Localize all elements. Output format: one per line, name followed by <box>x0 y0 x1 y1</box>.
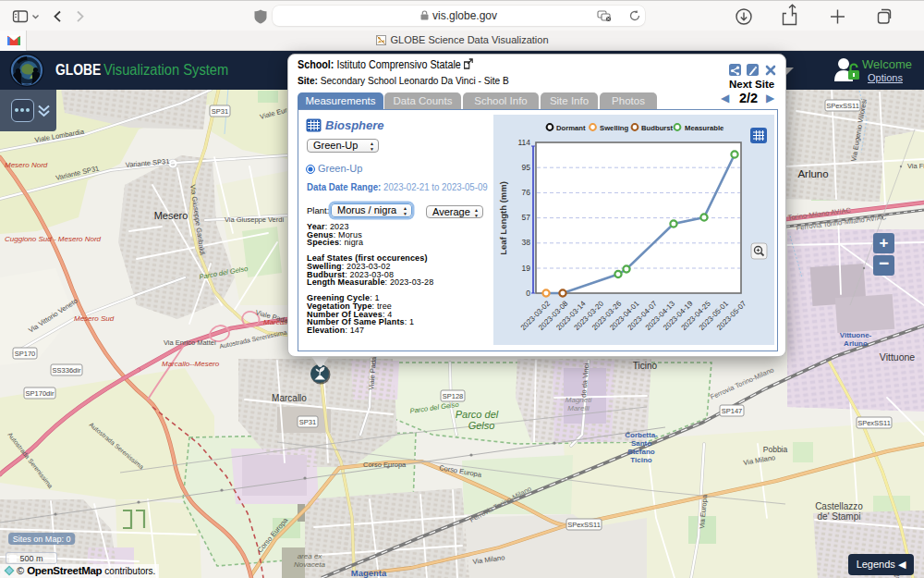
svg-text:Arluno: Arluno <box>797 168 828 179</box>
svg-text:Via Enrico Mattei: Via Enrico Mattei <box>164 338 216 347</box>
svg-text:SPexSS11: SPexSS11 <box>857 419 891 427</box>
svg-text:0: 0 <box>526 289 530 298</box>
svg-text:Leaf Length (mm): Leaf Length (mm) <box>498 181 508 255</box>
svg-text:SP31: SP31 <box>299 418 316 426</box>
svg-text:Via Fil: Via Fil <box>907 162 924 170</box>
svg-text:Vittuone: Vittuone <box>880 351 915 363</box>
svg-text:Mesero Sud: Mesero Sud <box>74 314 115 323</box>
svg-text:SPexSS11: SPexSS11 <box>826 102 859 110</box>
svg-text:SP170: SP170 <box>15 350 36 358</box>
svg-text:19: 19 <box>522 264 531 273</box>
svg-text:SPexSS11: SPexSS11 <box>567 521 601 529</box>
svg-text:Parco del: Parco del <box>456 409 499 420</box>
svg-text:38: 38 <box>522 238 531 247</box>
svg-text:76: 76 <box>522 188 531 197</box>
svg-text:SP170dir: SP170dir <box>26 389 55 398</box>
svg-text:Mesero: Mesero <box>154 210 188 221</box>
svg-text:Santo: Santo <box>631 439 651 448</box>
svg-text:Corbetta-: Corbetta- <box>625 431 658 439</box>
svg-text:57: 57 <box>522 213 531 222</box>
svg-text:Marcallo--Mesero: Marcallo--Mesero <box>162 360 220 368</box>
svg-text:Gelso: Gelso <box>468 420 495 431</box>
svg-text:area ex: area ex <box>298 552 323 560</box>
svg-text:Marelli: Marelli <box>567 404 590 412</box>
svg-text:Ticino: Ticino <box>633 361 658 371</box>
svg-text:de' Stampi: de' Stampi <box>818 511 861 522</box>
svg-text:SP31: SP31 <box>212 107 228 116</box>
svg-text:Mesero Nord: Mesero Nord <box>5 161 48 169</box>
svg-text:Novaceta: Novaceta <box>294 560 325 569</box>
svg-text:Vittuone-: Vittuone- <box>840 331 872 339</box>
svg-text:Ticino: Ticino <box>630 456 652 464</box>
svg-text:Magenta: Magenta <box>351 568 387 578</box>
svg-text:Budburst: Budburst <box>641 124 674 132</box>
svg-text:Swelling: Swelling <box>600 124 628 132</box>
svg-text:114: 114 <box>517 138 530 147</box>
svg-text:SP128: SP128 <box>443 392 464 400</box>
svg-text:Corso Europa: Corso Europa <box>363 461 407 469</box>
svg-text:SP147: SP147 <box>722 407 743 415</box>
svg-text:Cuggiono Sud - Mesero Nord: Cuggiono Sud - Mesero Nord <box>5 235 102 243</box>
svg-text:Via Giuseppe Verdi: Via Giuseppe Verdi <box>225 215 284 224</box>
svg-text:Pobbia: Pobbia <box>763 445 788 454</box>
svg-text:95: 95 <box>522 163 531 172</box>
svg-text:Stefano: Stefano <box>627 448 654 456</box>
svg-text:Measurable: Measurable <box>685 124 724 132</box>
svg-text:Castellazzo: Castellazzo <box>815 501 863 511</box>
svg-text:Dormant: Dormant <box>556 124 586 132</box>
svg-text:Marcallo: Marcallo <box>272 393 307 403</box>
svg-text:Arluno: Arluno <box>844 339 868 348</box>
svg-text:SS336dir: SS336dir <box>53 366 81 375</box>
